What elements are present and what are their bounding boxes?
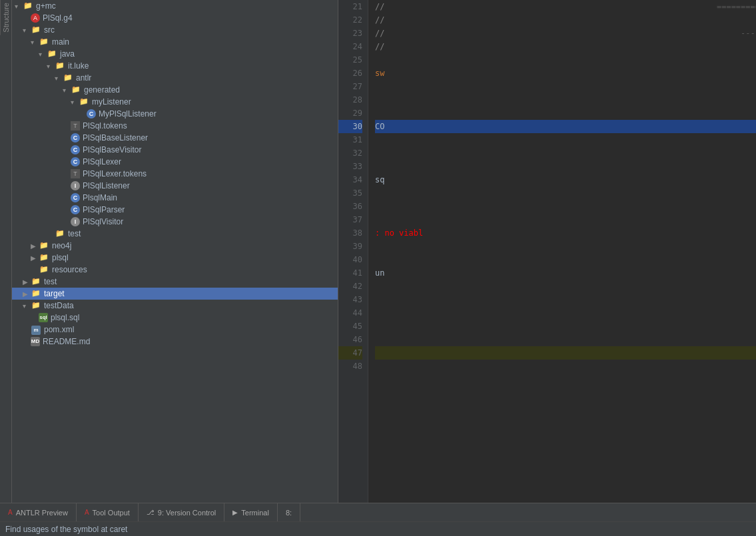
tree-label: MyPlSqlListener xyxy=(99,109,157,119)
code-line-40 xyxy=(375,253,756,266)
tree-item-src[interactable]: ▾ 📁 src xyxy=(12,24,338,36)
tree-label: PlSql.g4 xyxy=(43,13,73,23)
tree-item-readme-md[interactable]: MD README.md xyxy=(12,336,338,348)
tab-8[interactable]: 8: xyxy=(278,503,300,521)
tree-label: plsql.sql xyxy=(51,313,79,322)
tree-item-myListener[interactable]: ▾ 📁 myListener xyxy=(12,96,338,108)
tab-antlr-preview[interactable]: A ANTLR Preview xyxy=(0,503,77,521)
tree-label: PlSqlLexer xyxy=(83,157,121,166)
version-control-icon: ⎇ xyxy=(147,509,155,516)
tree-arrow: ▶ xyxy=(31,254,39,262)
tree-label: java xyxy=(60,49,75,59)
code-line-34: sq xyxy=(375,173,756,186)
tree-item-main[interactable]: ▾ 📁 main xyxy=(12,36,338,48)
class-icon: C xyxy=(71,193,80,202)
code-line-28 xyxy=(375,93,756,107)
tree-item-PlsqlMain[interactable]: C PlsqlMain xyxy=(12,192,338,204)
code-line-43 xyxy=(375,293,756,306)
tree-item-neo4j[interactable]: ▶ 📁 neo4j xyxy=(12,240,338,252)
tree-arrow: ▾ xyxy=(55,75,63,82)
tree-item-PlSqlBaseListener[interactable]: C PlSqlBaseListener xyxy=(12,132,338,144)
tree-item-PlSqlParser[interactable]: C PlSqlParser xyxy=(12,204,338,216)
tree-label: PlSqlBaseVisitor xyxy=(83,145,142,154)
tree-label: myListener xyxy=(92,97,131,107)
antlr-icon: A xyxy=(31,13,40,23)
editor-content: // ============================ // // --… xyxy=(368,0,756,503)
tree-item-g4mc[interactable]: ▾ 📁 g+mc xyxy=(12,0,338,12)
code-line-35 xyxy=(375,186,756,200)
folder-icon: 📁 xyxy=(31,289,41,298)
folder-icon: 📁 xyxy=(23,1,33,11)
tab-terminal[interactable]: ▶ Terminal xyxy=(224,503,278,521)
code-line-21: // ============================ xyxy=(375,0,756,13)
tree-label: plsql xyxy=(52,253,69,262)
code-line-24: // xyxy=(375,40,756,53)
tree-label: PlSqlLexer.tokens xyxy=(83,169,147,178)
content-area: Structure ▾ 📁 g+mc A PlSql.g4 ▾ 📁 src xyxy=(0,0,756,503)
tree-label: PlSqlListener xyxy=(83,181,130,190)
tree-label: main xyxy=(52,37,69,47)
side-labels: Structure xyxy=(0,0,12,503)
tree-item-plsql-tokens[interactable]: T PlSql.tokens xyxy=(12,120,338,132)
tree-label: testData xyxy=(44,301,74,310)
tree-item-plsql-folder[interactable]: ▶ 📁 plsql xyxy=(12,252,338,264)
folder-icon: 📁 xyxy=(39,265,49,274)
file-tree-sidebar: ▾ 📁 g+mc A PlSql.g4 ▾ 📁 src ▾ 📁 main xyxy=(12,0,338,503)
code-line-31 xyxy=(375,133,756,146)
tree-label: PlSqlParser xyxy=(83,205,125,214)
folder-icon: 📁 xyxy=(79,97,89,107)
tree-item-resources[interactable]: 📁 resources xyxy=(12,264,338,276)
class-icon: C xyxy=(87,109,96,119)
tree-label: PlSql.tokens xyxy=(83,121,127,131)
code-line-38: : no viabl xyxy=(375,226,756,240)
tree-item-it-luke[interactable]: ▾ 📁 it.luke xyxy=(12,60,338,72)
tree-item-testData[interactable]: ▾ 📁 testData xyxy=(12,300,338,312)
tab-version-control[interactable]: ⎇ 9: Version Control xyxy=(139,503,224,521)
code-line-22: // xyxy=(375,13,756,27)
sql-icon: sql xyxy=(39,313,48,322)
class-icon: C xyxy=(71,205,80,214)
code-line-30: CO xyxy=(375,120,756,133)
tree-item-PlSqlBaseVisitor[interactable]: C PlSqlBaseVisitor xyxy=(12,144,338,156)
tree-item-target[interactable]: ▶ 📁 target xyxy=(12,288,338,300)
tab-tool-output[interactable]: A Tool Output xyxy=(77,503,139,521)
code-line-41: un xyxy=(375,266,756,280)
tree-item-MyPlSqlListener[interactable]: C MyPlSqlListener xyxy=(12,108,338,120)
folder-icon: 📁 xyxy=(63,73,73,83)
tree-item-PlSqlVisitor[interactable]: I PlSqlVisitor xyxy=(12,216,338,228)
code-line-39 xyxy=(375,240,756,253)
tab-bar: A ANTLR Preview A Tool Output ⎇ 9: Versi… xyxy=(0,503,756,521)
tree-label: PlSqlBaseListener xyxy=(83,133,148,142)
tokens-icon: T xyxy=(71,169,80,178)
tree-label: PlsqlMain xyxy=(83,193,117,202)
code-line-36 xyxy=(375,200,756,213)
tree-item-PlSqlLexer[interactable]: C PlSqlLexer xyxy=(12,156,338,168)
tree-label: g+mc xyxy=(36,1,56,11)
sidebar-label-structure[interactable]: Structure xyxy=(0,0,11,35)
tree-arrow: ▾ xyxy=(39,51,47,58)
code-line-47 xyxy=(375,346,756,360)
tree-item-PlSqlLexer-tokens[interactable]: T PlSqlLexer.tokens xyxy=(12,168,338,180)
folder-icon: 📁 xyxy=(31,25,41,35)
status-bar: Find usages of the symbol at caret xyxy=(0,521,756,536)
tree-item-java[interactable]: ▾ 📁 java xyxy=(12,48,338,60)
tree-item-plsql-sql[interactable]: sql plsql.sql xyxy=(12,312,338,324)
tree-label: README.md xyxy=(43,337,90,346)
tree-item-plsql-g4[interactable]: A PlSql.g4 xyxy=(12,12,338,24)
line-numbers: 2122232425 26272829 30 3132333435 363738… xyxy=(338,0,368,503)
tree-label: it.luke xyxy=(68,61,89,71)
folder-icon: 📁 xyxy=(47,49,57,59)
tree-item-antlr[interactable]: ▾ 📁 antlr xyxy=(12,72,338,84)
tab-label: 8: xyxy=(286,509,292,517)
tree-item-pom-xml[interactable]: m pom.xml xyxy=(12,324,338,336)
code-line-42 xyxy=(375,280,756,293)
tree-item-generated[interactable]: ▾ 📁 generated xyxy=(12,84,338,96)
tree-label: antlr xyxy=(76,73,91,83)
class-icon: C xyxy=(71,157,80,166)
folder-icon: 📁 xyxy=(39,253,49,262)
tree-arrow: ▶ xyxy=(31,242,39,250)
tree-item-test-main[interactable]: ▶ 📁 test xyxy=(12,276,338,288)
tree-item-test[interactable]: 📁 test xyxy=(12,228,338,240)
tree-item-PlSqlListener[interactable]: I PlSqlListener xyxy=(12,180,338,192)
tree-label: test xyxy=(44,277,57,286)
